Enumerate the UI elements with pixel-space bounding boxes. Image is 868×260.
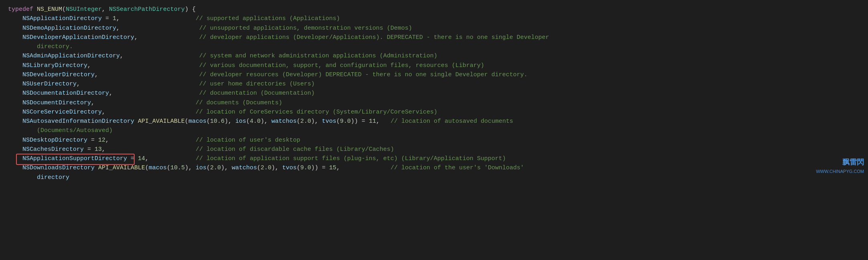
watermark-logo: 飘雷閃 WWW.CHINAPYG.COM bbox=[816, 157, 864, 175]
comment-14: // location of discardable cache files (… bbox=[196, 145, 394, 154]
keyword-typedef: typedef bbox=[8, 5, 33, 14]
id-nsapplicationdirectory: NSApplicationDirectory bbox=[22, 14, 102, 23]
comment-9: // documentation (Documentation) bbox=[199, 89, 315, 98]
line-8: NSUserDirectory, // user home directorie… bbox=[8, 79, 860, 89]
id-nsdemoapplicationdirectory: NSDemoApplicationDirectory bbox=[22, 24, 116, 33]
line-7: NSDeveloperDirectory, // developer resou… bbox=[8, 70, 860, 79]
comment-6: // various documentation, support, and c… bbox=[199, 61, 484, 70]
line-2: NSApplicationDirectory = 1, // supported… bbox=[8, 14, 860, 23]
type-nsuinteger: NSUInteger bbox=[66, 5, 102, 14]
line-12: NSAutosavedInformationDirectory API_AVAI… bbox=[8, 117, 860, 126]
id-nsuserdirectory: NSUserDirectory bbox=[22, 79, 77, 89]
type-nssearchpathdirectory: NSSearchPathDirectory bbox=[109, 5, 185, 14]
id-nsadminapplicationdirectory: NSAdminApplicationDirectory bbox=[22, 51, 120, 61]
line-13: NSDesktopDirectory = 12, // location of … bbox=[8, 136, 860, 145]
macro-apiavailable-12: API_AVAILABLE bbox=[138, 117, 185, 126]
line-5: NSAdminApplicationDirectory, // system a… bbox=[8, 51, 860, 61]
line-16b: directory bbox=[8, 173, 860, 182]
id-nscachesdirectory: NSCachesDirectory bbox=[22, 145, 84, 154]
id-nsdownloadsdirectory: NSDownloadsDirectory bbox=[22, 163, 95, 173]
line-16: NSDownloadsDirectory API_AVAILABLE(macos… bbox=[8, 163, 860, 173]
macro-nsenum: NS_ENUM bbox=[37, 5, 62, 14]
line-12b: (Documents/Autosaved) bbox=[8, 126, 860, 135]
id-nslibrarydirectory: NSLibraryDirectory bbox=[22, 61, 87, 70]
id-nsautosavedinformationdirectory: NSAutosavedInformationDirectory bbox=[22, 117, 134, 126]
comment-8: // user home directories (Users) bbox=[199, 79, 315, 89]
id-nsapplicationsupportdirectory: NSApplicationSupportDirectory bbox=[22, 154, 127, 163]
line-11: NSCoreServiceDirectory, // location of C… bbox=[8, 108, 860, 117]
line-14: NSCachesDirectory = 13, // location of d… bbox=[8, 145, 860, 154]
comment-4: // developer applications (Developer/App… bbox=[199, 33, 549, 42]
comment-13: // location of user's desktop bbox=[196, 136, 300, 145]
watermark-text1: 飘雷閃 bbox=[816, 157, 864, 168]
comment-10: // documents (Documents) bbox=[196, 98, 282, 108]
line-1: typedef NS_ENUM(NSUInteger, NSSearchPath… bbox=[8, 5, 860, 14]
comment-7: // developer resources (Developer) DEPRE… bbox=[199, 70, 527, 79]
code-container: typedef NS_ENUM(NSUInteger, NSSearchPath… bbox=[0, 0, 868, 187]
comment-16: // location of the user's 'Downloads' bbox=[390, 163, 524, 173]
line-9: NSDocumentationDirectory, // documentati… bbox=[8, 89, 860, 98]
line-6: NSLibraryDirectory, // various documenta… bbox=[8, 61, 860, 70]
watermark-text2: WWW.CHINAPYG.COM bbox=[816, 168, 864, 175]
comment-12b: (Documents/Autosaved) bbox=[8, 126, 113, 135]
id-nsdeveloperdirectory: NSDeveloperDirectory bbox=[22, 70, 95, 79]
comment-3: // unsupported applications, demonstrati… bbox=[199, 24, 412, 33]
line-15: NSApplicationSupportDirectory = 14, // l… bbox=[8, 154, 860, 163]
macro-apiavailable-16: API_AVAILABLE bbox=[98, 163, 145, 173]
comment-4b: directory. bbox=[8, 42, 73, 51]
id-nscoreservicedirectory: NSCoreServiceDirectory bbox=[22, 108, 102, 117]
comment-12: // location of autosaved documents bbox=[390, 117, 513, 126]
comment-5: // system and network administration app… bbox=[199, 51, 437, 61]
line-4: NSDeveloperApplicationDirectory, // deve… bbox=[8, 33, 860, 42]
id-directory-16b: directory bbox=[37, 173, 69, 182]
comment-11: // location of CoreServices directory (S… bbox=[196, 108, 437, 117]
id-nsdesktopdirectory: NSDesktopDirectory bbox=[22, 136, 87, 145]
line-10: NSDocumentDirectory, // documents (Docum… bbox=[8, 98, 860, 108]
line-4b: directory. bbox=[8, 42, 860, 51]
id-nsdocumentdirectory: NSDocumentDirectory bbox=[22, 98, 91, 108]
line-3: NSDemoApplicationDirectory, // unsupport… bbox=[8, 24, 860, 33]
comment-15: // location of application support files… bbox=[196, 154, 506, 163]
comment-2: // supported applications (Applications) bbox=[196, 14, 340, 23]
id-nsdocumentationdirectory: NSDocumentationDirectory bbox=[22, 89, 109, 98]
id-nsdeveloperapplicationdirectory: NSDeveloperApplicationDirectory bbox=[22, 33, 134, 42]
